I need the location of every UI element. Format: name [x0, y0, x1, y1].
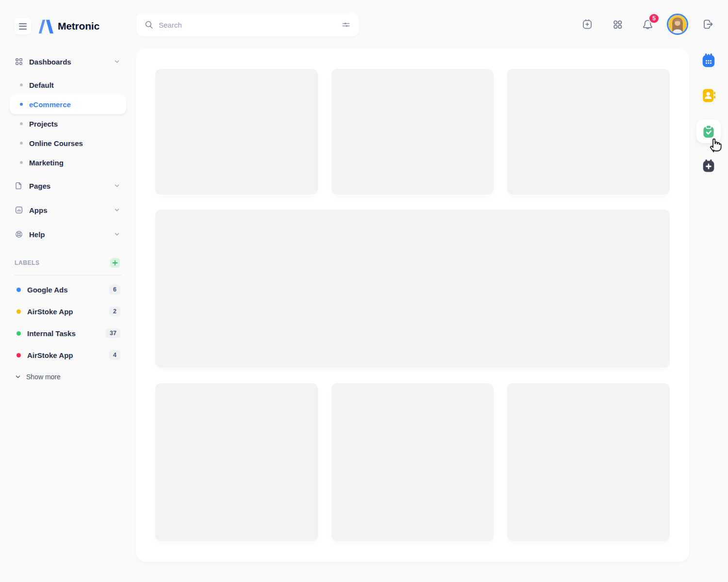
placeholder-card [155, 383, 318, 541]
filter-sliders-icon [341, 20, 351, 30]
rail-add-button[interactable] [699, 156, 718, 176]
sidebar-item-ecommerce[interactable]: eCommerce [10, 95, 126, 114]
label-item-internal-tasks[interactable]: Internal Tasks 37 [10, 323, 126, 343]
label-dot-icon [17, 309, 21, 314]
notifications-button[interactable]: 5 [641, 17, 654, 31]
sidebar-section-apps[interactable]: Apps [10, 200, 126, 220]
chevron-down-icon [114, 58, 120, 65]
search-input[interactable] [159, 21, 341, 29]
sidebar-section-dashboards[interactable]: Dashboards [10, 52, 126, 71]
label-item-google-ads[interactable]: Google Ads 6 [10, 280, 126, 299]
count-badge: 6 [109, 285, 120, 294]
plus-icon [112, 260, 118, 266]
placeholder-card [331, 69, 494, 194]
chevron-down-icon [114, 231, 120, 238]
placeholder-card [507, 69, 670, 194]
bullet-dot-icon [20, 83, 23, 86]
label-dot-icon [17, 353, 21, 357]
rail-contacts-button[interactable] [699, 86, 718, 105]
show-more-button[interactable]: Show more [10, 367, 126, 387]
chevron-down-icon [114, 207, 120, 213]
section-label: Pages [29, 182, 50, 190]
placeholder-card [155, 69, 318, 194]
brand-name: Metronic [58, 20, 99, 32]
bullet-dot-icon [20, 122, 23, 125]
add-calendar-icon [700, 158, 717, 174]
section-label: Dashboards [29, 58, 71, 66]
apps-grid-button[interactable] [611, 17, 624, 31]
bullet-dot-icon [20, 161, 23, 164]
labels-heading: LABELS [15, 259, 40, 266]
sidebar-section-pages[interactable]: Pages [10, 176, 126, 195]
sidebar-section-help[interactable]: Help [10, 225, 126, 244]
count-badge: 37 [106, 328, 120, 338]
placeholder-row-top [155, 69, 670, 194]
search-filter-button[interactable] [341, 20, 351, 30]
tasks-check-icon [700, 123, 717, 140]
sidebar-item-default[interactable]: Default [10, 75, 126, 95]
file-icon [15, 181, 23, 190]
placeholder-row-bottom [155, 383, 670, 541]
sidebar: Dashboards Default eCommerce Projects On… [10, 52, 126, 387]
placeholder-card-wide [155, 210, 670, 368]
rail-active-item-card [696, 119, 721, 143]
placeholder-card [331, 383, 494, 541]
label-item-airstoke-app[interactable]: AirStoke App 2 [10, 302, 126, 321]
content-card [136, 48, 689, 562]
label-dot-icon [17, 331, 21, 336]
contacts-book-icon [700, 87, 717, 104]
apps-grid-icon [612, 18, 624, 31]
bullet-dot-icon [20, 142, 23, 145]
search-bar[interactable] [136, 13, 359, 36]
section-label: Help [29, 230, 45, 239]
search-icon [144, 20, 154, 30]
grid-icon [15, 57, 23, 66]
logout-icon [702, 18, 714, 31]
bullet-dot-icon [20, 103, 23, 106]
section-label: Apps [29, 206, 48, 214]
chevron-down-icon [114, 182, 120, 189]
avatar-image [668, 15, 687, 33]
labels-header: LABELS [10, 257, 126, 269]
rail-calendar-button[interactable] [699, 51, 718, 70]
count-badge: 2 [109, 307, 120, 316]
sidebar-item-marketing[interactable]: Marketing [10, 153, 126, 172]
add-square-icon [581, 18, 594, 31]
label-item-airstoke-app-2[interactable]: AirStoke App 4 [10, 345, 126, 365]
chart-square-icon [15, 206, 23, 214]
sidebar-item-online-courses[interactable]: Online Courses [10, 133, 126, 153]
placeholder-card [507, 383, 670, 541]
add-label-button[interactable] [110, 258, 120, 268]
divider [15, 275, 121, 275]
brand-logo: Metronic [38, 17, 99, 35]
sidebar-item-projects[interactable]: Projects [10, 114, 126, 133]
count-badge: 4 [109, 350, 120, 360]
menu-toggle-button[interactable] [15, 18, 31, 34]
menu-toggle-icon [19, 23, 27, 24]
avatar[interactable] [667, 14, 688, 35]
label-dot-icon [17, 288, 21, 292]
metronic-logo-icon [38, 19, 53, 33]
chevron-down-icon [15, 373, 21, 380]
lifebuoy-icon [15, 230, 23, 239]
rail-tasks-button[interactable] [700, 123, 717, 140]
logout-button[interactable] [701, 17, 715, 31]
add-square-button[interactable] [580, 17, 594, 31]
notification-count-badge: 5 [648, 13, 660, 24]
calendar-icon [700, 52, 717, 69]
